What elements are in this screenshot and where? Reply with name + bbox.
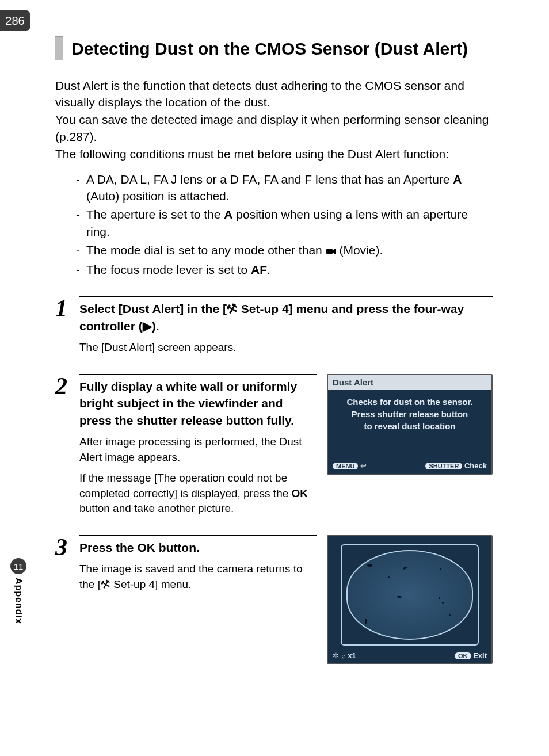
lcd-footer: MENU ↩ SHUTTER Check xyxy=(328,459,491,474)
condition-1: A DA, DA L, FA J lens or a D FA, FA and … xyxy=(76,171,493,205)
back-icon: ↩ xyxy=(360,461,367,470)
content-area: Detecting Dust on the CMOS Sensor (Dust … xyxy=(55,36,493,664)
step-2-title: Fully display a white wall or uniformly … xyxy=(79,374,317,429)
page-number: 286 xyxy=(5,14,24,28)
step-1-desc: The [Dust Alert] screen appears. xyxy=(79,340,493,356)
menu-button-label: MENU xyxy=(333,463,358,469)
section-label: Appendix xyxy=(13,578,24,624)
condition-2: The aperture is set to the A position wh… xyxy=(76,206,493,240)
section-number-badge: 11 xyxy=(10,558,26,574)
dust-speck xyxy=(388,576,390,578)
step-number-2: 2 xyxy=(55,374,76,517)
ok-label: OK xyxy=(292,487,308,499)
sensor-area xyxy=(346,550,473,640)
step-number-1: 1 xyxy=(55,296,76,355)
dust-speck xyxy=(439,597,440,599)
step-2-desc-1: After image processing is performed, the… xyxy=(79,434,317,465)
dust-speck xyxy=(365,619,367,624)
appendix-side-tab: 11 Appendix xyxy=(10,558,26,624)
dust-speck xyxy=(397,595,402,598)
intro-line-1: Dust Alert is the function that detects … xyxy=(55,77,493,112)
section-title: Detecting Dust on the CMOS Sensor (Dust … xyxy=(71,36,468,60)
exit-label: Exit xyxy=(473,651,487,660)
intro-line-3: The following conditions must be met bef… xyxy=(55,146,493,163)
zoom-level: x1 xyxy=(348,651,356,660)
aperture-a-symbol: A xyxy=(224,208,232,221)
title-accent-bar xyxy=(55,36,63,60)
step-3-desc: The image is saved and the camera return… xyxy=(79,562,317,592)
step-3-title: Press the OK button. xyxy=(79,535,317,556)
sensor-frame xyxy=(341,544,479,646)
dust-alert-result-lcd: ✲ ⌕ x1 OK Exit xyxy=(327,535,493,664)
intro-line-2: You can save the detected image and disp… xyxy=(55,111,493,146)
dust-speck xyxy=(449,614,451,616)
svg-rect-0 xyxy=(326,249,333,254)
shutter-button-label: SHUTTER xyxy=(425,463,462,469)
condition-4: The focus mode lever is set to AF. xyxy=(76,261,493,278)
lcd-message: Checks for dust on the sensor. Press shu… xyxy=(328,390,491,459)
ok-label: OK xyxy=(137,541,155,554)
step-number-3: 3 xyxy=(55,535,76,664)
af-symbol: AF xyxy=(251,263,267,276)
dust-speck xyxy=(403,567,407,570)
ok-button-label: OK xyxy=(455,652,471,659)
page-number-tab: 286 xyxy=(0,10,30,31)
dust-alert-lcd: Dust Alert Checks for dust on the sensor… xyxy=(327,374,493,517)
aperture-a-symbol: A xyxy=(453,173,462,186)
step-2: 2 Fully display a white wall or uniforml… xyxy=(55,374,493,517)
page: 286 11 Appendix Detecting Dust on the CM… xyxy=(0,0,549,756)
step-1-title: Select [Dust Alert] in the [⚒ Set-up 4] … xyxy=(79,296,493,334)
right-arrow-icon: ▶ xyxy=(143,319,152,333)
step-1: 1 Select [Dust Alert] in the [⚒ Set-up 4… xyxy=(55,296,493,355)
movie-mode-icon xyxy=(326,243,336,260)
intro-paragraphs: Dust Alert is the function that detects … xyxy=(55,77,493,163)
dial-icon: ✲ xyxy=(333,651,339,660)
step-3: 3 Press the OK button. The image is save… xyxy=(55,535,493,664)
result-lcd-footer: ✲ ⌕ x1 OK Exit xyxy=(328,650,491,663)
dust-speck xyxy=(367,564,372,567)
magnifier-icon: ⌕ xyxy=(341,651,346,660)
step-2-desc-2: If the message [The operation could not … xyxy=(79,471,317,517)
section-title-block: Detecting Dust on the CMOS Sensor (Dust … xyxy=(55,36,493,60)
conditions-list: A DA, DA L, FA J lens or a D FA, FA and … xyxy=(55,171,493,278)
lcd-title: Dust Alert xyxy=(328,375,491,390)
dust-speck xyxy=(442,602,444,604)
condition-3: The mode dial is set to any mode other t… xyxy=(76,242,493,260)
dust-speck xyxy=(440,568,441,570)
check-label: Check xyxy=(464,461,487,470)
